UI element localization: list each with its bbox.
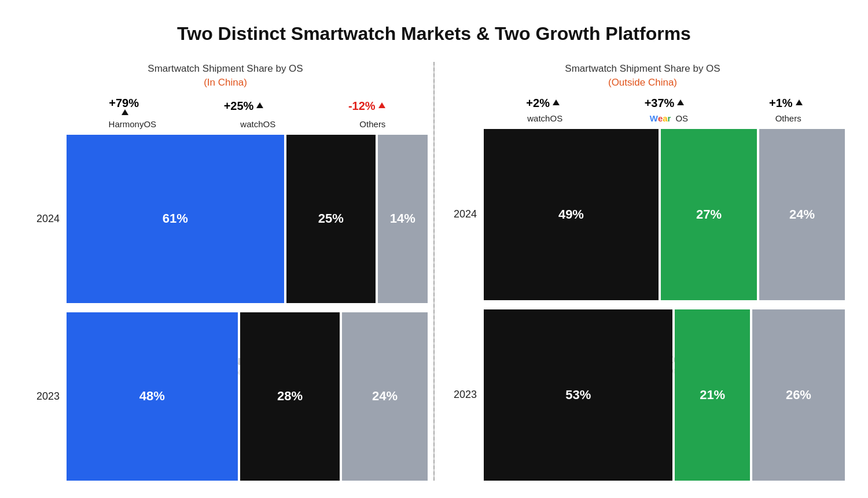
right-year-2024: 2024 (440, 208, 484, 220)
right-year-2023: 2023 (440, 389, 484, 401)
wear-os-w: W (650, 113, 658, 123)
right-2024-bar-3: 24% (759, 129, 845, 300)
right-2023-val-1: 53% (565, 388, 591, 403)
right-growth-others: +1% (769, 97, 803, 110)
right-growth-val-1: +2% (526, 97, 550, 110)
left-os-labels-row: HarmonyOS watchOS Others (23, 118, 428, 135)
left-2023-val-1: 48% (139, 389, 165, 404)
left-growth-val-1: +79% (109, 97, 139, 110)
wear-os-e: e (658, 113, 663, 123)
left-triangle-2 (256, 102, 263, 108)
right-2024-bar-2: 27% (661, 129, 757, 300)
left-bars-area: 2024 61% 25% 14% ⊙ Counterpoint (23, 135, 428, 481)
left-growth-harmonyos: +79% (109, 97, 139, 116)
right-os-label-text-1: watchOS (527, 113, 562, 123)
left-chart-panel: Smartwatch Shipment Share by OS (In Chin… (23, 62, 428, 481)
left-os-label-3: Others (359, 119, 385, 129)
charts-container: Smartwatch Shipment Share by OS (In Chin… (23, 62, 845, 481)
left-os-label-text-3: Others (359, 119, 385, 129)
left-2024-val-1: 61% (163, 211, 188, 226)
left-2024-bar-3: 14% (378, 135, 428, 303)
right-os-label-3: Others (775, 113, 801, 123)
left-2023-bar-1: 48% (67, 312, 238, 481)
right-2023-val-3: 26% (786, 388, 811, 403)
right-os-label-2: Wear OS (650, 113, 688, 123)
page-title: Two Distinct Smartwatch Markets & Two Gr… (177, 23, 691, 45)
left-growth-others: -12% (348, 99, 385, 113)
right-triangle-1 (553, 99, 560, 105)
right-2024-val-1: 49% (558, 207, 584, 222)
left-2024-val-2: 25% (318, 211, 344, 226)
wear-os-r: r (668, 113, 671, 123)
right-2023-bar-2: 21% (675, 309, 749, 481)
right-2023-row: 2023 53% 21% 26% (440, 309, 845, 481)
wear-os-text: OS (675, 113, 688, 123)
wear-os-a: a (663, 113, 667, 123)
center-divider (433, 62, 435, 481)
right-growth-val-3: +1% (769, 97, 793, 110)
right-growth-val-2: +37% (645, 97, 675, 110)
left-2023-row: 2023 48% 28% 24% (23, 312, 428, 481)
left-2024-bar-2: 25% (286, 135, 376, 303)
right-chart-subtitle: Smartwatch Shipment Share by OS (Outside… (565, 62, 720, 90)
left-2023-val-3: 24% (372, 389, 398, 404)
right-2024-val-2: 27% (696, 207, 722, 222)
right-2024-row: 2024 49% 27% 24% (440, 129, 845, 300)
left-2024-bars: 61% 25% 14% (67, 135, 428, 303)
left-os-label-2: watchOS (240, 119, 275, 129)
left-os-label-1: HarmonyOS (109, 119, 157, 129)
right-growth-watchos: +2% (526, 97, 560, 110)
left-growth-val-2: +25% (224, 99, 254, 113)
left-triangle-3 (378, 102, 385, 108)
right-triangle-3 (796, 99, 803, 105)
right-subtitle-line1: Smartwatch Shipment Share by OS (565, 63, 720, 74)
wear-os-logo: Wear (650, 113, 671, 123)
left-2024-row: 2024 61% 25% 14% (23, 135, 428, 303)
right-os-label-1: watchOS (527, 113, 562, 123)
right-os-labels-row: watchOS Wear OS Others (440, 112, 845, 129)
right-2024-bars: 49% 27% 24% (484, 129, 845, 300)
left-2023-val-2: 28% (277, 389, 303, 404)
left-triangle-1 (122, 109, 128, 115)
left-growth-row: +79% +25% -12% (23, 94, 428, 118)
right-2023-bar-1: 53% (484, 309, 672, 481)
right-bars-area: 2024 49% 27% 24% ⊙ Counterpoint (440, 129, 845, 481)
left-2024-val-3: 14% (390, 211, 415, 226)
right-2023-val-2: 21% (700, 388, 725, 403)
right-subtitle-region: (Outside China) (608, 77, 677, 88)
right-2024-val-3: 24% (789, 207, 815, 222)
right-growth-row: +2% +37% +1% (440, 94, 845, 112)
left-year-2023: 2023 (23, 390, 67, 403)
left-subtitle-line1: Smartwatch Shipment Share by OS (148, 63, 303, 74)
right-2024-bar-1: 49% (484, 129, 659, 300)
left-growth-val-3: -12% (348, 99, 376, 113)
left-2023-bar-2: 28% (240, 312, 340, 481)
right-chart-panel: Smartwatch Shipment Share by OS (Outside… (440, 62, 845, 481)
right-2023-bar-3: 26% (752, 309, 845, 481)
left-growth-watchos: +25% (224, 99, 264, 113)
left-os-label-text-2: watchOS (240, 119, 275, 129)
left-chart-subtitle: Smartwatch Shipment Share by OS (In Chin… (148, 62, 303, 90)
left-year-2024: 2024 (23, 213, 67, 225)
right-2023-bars: 53% 21% 26% (484, 309, 845, 481)
left-os-label-text-1: HarmonyOS (109, 119, 157, 129)
right-triangle-2 (677, 99, 684, 105)
left-2023-bar-3: 24% (342, 312, 428, 481)
right-growth-wearos: +37% (645, 97, 685, 110)
left-subtitle-region: (In China) (204, 77, 247, 88)
left-2024-bar-1: 61% (67, 135, 284, 303)
left-2023-bars: 48% 28% 24% (67, 312, 428, 481)
right-os-label-text-3: Others (775, 113, 801, 123)
